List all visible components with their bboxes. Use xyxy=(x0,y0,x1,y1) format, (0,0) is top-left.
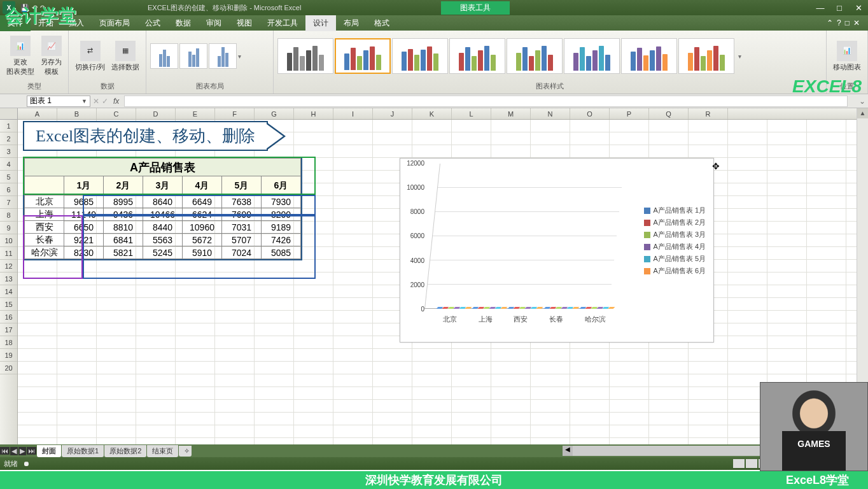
data-table[interactable]: A产品销售表1月2月3月4月5月6月北京96858995864066497638… xyxy=(23,157,302,260)
table-cell[interactable]: 5707 xyxy=(222,234,262,246)
table-cell[interactable]: 6650 xyxy=(64,221,104,234)
chart-object[interactable]: ✥ 020004000600080001000012000 北京上海西安长春哈尔… xyxy=(400,158,714,343)
select-data-button[interactable]: ▦ 选择数据 xyxy=(109,39,142,73)
legend-item[interactable]: A产品销售表 4月 xyxy=(644,242,706,252)
table-cell[interactable]: 9189 xyxy=(262,221,301,234)
row-header-18[interactable]: 18 xyxy=(0,336,17,349)
sheet-tab-data2[interactable]: 原始数据2 xyxy=(104,445,146,457)
move-chart-button[interactable]: 📊 移动图表 xyxy=(830,39,864,73)
table-cell[interactable]: 6649 xyxy=(183,195,222,208)
row-header-9[interactable]: 9 xyxy=(0,222,17,234)
table-cell[interactable]: 7699 xyxy=(222,208,262,221)
chart-bars[interactable] xyxy=(435,164,614,309)
table-cell[interactable]: 7930 xyxy=(262,195,301,208)
col-header-C[interactable]: C xyxy=(97,108,136,119)
table-cell[interactable]: 5821 xyxy=(104,246,143,259)
tab-formulas[interactable]: 公式 xyxy=(137,15,168,31)
tab-developer[interactable]: 开发工具 xyxy=(260,15,305,31)
layouts-more-icon[interactable]: ▾ xyxy=(238,53,241,60)
table-cell[interactable]: 7426 xyxy=(262,234,301,246)
chart-style-6[interactable] xyxy=(564,38,620,74)
column-headers[interactable]: ABCDEFGHIJKLMNOPQR xyxy=(18,108,857,120)
row-header-13[interactable]: 13 xyxy=(0,273,17,285)
table-cell[interactable]: 8230 xyxy=(64,246,104,259)
switch-row-col-button[interactable]: ⇄ 切换行/列 xyxy=(73,39,108,73)
chart-layout-2[interactable] xyxy=(179,43,207,69)
cancel-formula-icon[interactable]: ✕ xyxy=(93,97,99,106)
formula-input[interactable] xyxy=(124,96,848,107)
table-cell[interactable]: 7638 xyxy=(222,195,262,208)
table-cell[interactable]: 5672 xyxy=(183,234,222,246)
col-header-P[interactable]: P xyxy=(610,108,649,119)
row-header-6[interactable]: 6 xyxy=(0,183,17,196)
row-header-4[interactable]: 4 xyxy=(0,158,17,171)
table-cell[interactable]: 8810 xyxy=(104,221,143,234)
table-cell[interactable]: 9436 xyxy=(104,208,143,221)
legend-item[interactable]: A产品销售表 5月 xyxy=(644,254,706,264)
table-cell[interactable]: 5563 xyxy=(143,234,183,246)
sheet-tab-end[interactable]: 结束页 xyxy=(147,445,178,457)
table-cell[interactable]: 7031 xyxy=(222,221,262,234)
row-header-8[interactable]: 8 xyxy=(0,209,17,222)
tab-page-layout[interactable]: 页面布局 xyxy=(92,15,137,31)
row-header-20[interactable]: 20 xyxy=(0,362,17,374)
sheet-tab-new[interactable]: ✧ xyxy=(179,446,192,457)
row-header-17[interactable]: 17 xyxy=(0,323,17,336)
row-header-3[interactable]: 3 xyxy=(0,145,17,158)
ribbon-minimize-icon[interactable]: ⌃ xyxy=(827,18,833,27)
chart-style-1[interactable] xyxy=(277,38,333,74)
row-header-11[interactable]: 11 xyxy=(0,247,17,260)
chart-legend[interactable]: A产品销售表 1月A产品销售表 2月A产品销售表 3月A产品销售表 4月A产品销… xyxy=(644,203,706,278)
tab-format[interactable]: 格式 xyxy=(367,15,397,31)
table-cell[interactable]: 5245 xyxy=(143,246,183,259)
row-headers[interactable]: 1234567891011121314151617181920 xyxy=(0,120,18,444)
row-header-14[interactable]: 14 xyxy=(0,285,17,298)
col-header-N[interactable]: N xyxy=(531,108,570,119)
col-header-H[interactable]: H xyxy=(294,108,333,119)
sheet-nav-first[interactable]: ⏮ xyxy=(0,447,10,455)
window-close-icon[interactable]: ✕ xyxy=(853,18,860,27)
chart-style-4[interactable] xyxy=(449,38,505,74)
col-header-B[interactable]: B xyxy=(57,108,97,119)
legend-item[interactable]: A产品销售表 6月 xyxy=(644,266,706,276)
row-header-1[interactable]: 1 xyxy=(0,120,17,132)
table-cell[interactable]: 8200 xyxy=(262,208,301,221)
row-header-2[interactable]: 2 xyxy=(0,132,17,145)
sheet-tab-data1[interactable]: 原始数据1 xyxy=(62,445,104,457)
accept-formula-icon[interactable]: ✓ xyxy=(102,97,108,106)
col-header-A[interactable]: A xyxy=(18,108,57,119)
row-header-16[interactable]: 16 xyxy=(0,311,17,323)
table-cell[interactable]: 8440 xyxy=(143,221,183,234)
col-header-J[interactable]: J xyxy=(373,108,412,119)
tab-data[interactable]: 数据 xyxy=(168,15,199,31)
row-header-7[interactable]: 7 xyxy=(0,196,17,209)
table-cell[interactable]: 9221 xyxy=(64,234,104,246)
table-cell[interactable]: 8995 xyxy=(104,195,143,208)
minimize-button[interactable]: — xyxy=(811,3,830,13)
formula-expand-icon[interactable]: ⌄ xyxy=(857,97,868,106)
name-box-dropdown-icon[interactable]: ▼ xyxy=(81,98,87,104)
help-icon[interactable]: ? xyxy=(837,18,841,27)
name-box[interactable]: 图表 1 ▼ xyxy=(27,96,90,107)
fx-icon[interactable]: fx xyxy=(108,97,124,106)
sheet-nav-prev[interactable]: ◀ xyxy=(10,447,18,455)
table-cell[interactable]: 10960 xyxy=(183,221,222,234)
col-header-O[interactable]: O xyxy=(570,108,610,119)
col-header-E[interactable]: E xyxy=(176,108,215,119)
styles-more-icon[interactable]: ▾ xyxy=(736,53,744,60)
table-cell[interactable]: 7024 xyxy=(222,246,262,259)
maximize-button[interactable]: □ xyxy=(830,3,849,13)
tab-chart-layout[interactable]: 布局 xyxy=(336,15,367,31)
select-all-corner[interactable] xyxy=(0,108,18,120)
change-chart-type-button[interactable]: 📊 更改 图表类型 xyxy=(4,34,37,78)
chart-plot-area[interactable]: 020004000600080001000012000 北京上海西安长春哈尔滨 xyxy=(426,164,617,322)
sheet-tab-cover[interactable]: 封面 xyxy=(37,445,61,457)
table-cell[interactable]: 5910 xyxy=(183,246,222,259)
table-cell[interactable]: 9685 xyxy=(64,195,104,208)
legend-item[interactable]: A产品销售表 2月 xyxy=(644,218,706,227)
row-header-5[interactable]: 5 xyxy=(0,171,17,183)
macro-record-icon[interactable]: ⏺ xyxy=(23,460,30,467)
col-header-R[interactable]: R xyxy=(689,108,728,119)
close-button[interactable]: ✕ xyxy=(849,3,868,13)
table-cell[interactable]: 8640 xyxy=(143,195,183,208)
